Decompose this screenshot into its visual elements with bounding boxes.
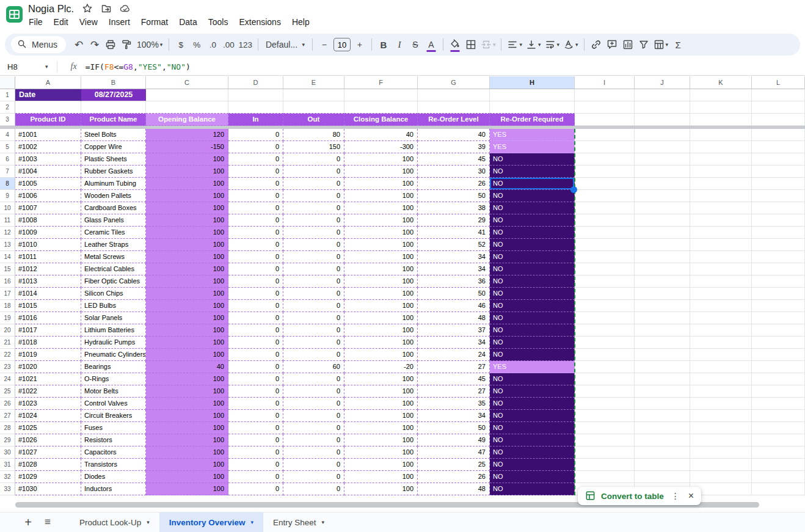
cell-D24[interactable]: 0 xyxy=(228,373,283,385)
cell-D33[interactable]: 0 xyxy=(228,483,283,495)
row-header-17[interactable]: 17 xyxy=(0,288,15,300)
cell-L20[interactable] xyxy=(752,324,805,337)
cell-B20[interactable]: Lithium Batteries xyxy=(81,324,146,337)
cell-A32[interactable]: #1029 xyxy=(15,471,81,483)
cell-B3[interactable]: Product Name xyxy=(81,114,146,126)
row-header-1[interactable]: 1 xyxy=(0,89,15,101)
cell-H26[interactable]: NO xyxy=(490,398,575,410)
cell-D30[interactable]: 0 xyxy=(228,446,283,459)
row-header-8[interactable]: 8 xyxy=(0,178,15,190)
cell-F18[interactable]: 100 xyxy=(344,300,418,312)
cell-J31[interactable] xyxy=(635,459,690,471)
cell-B7[interactable]: Rubber Gaskets xyxy=(81,166,146,178)
cell-B11[interactable]: Glass Panels xyxy=(81,214,146,227)
menu-edit[interactable]: Edit xyxy=(48,16,74,28)
menu-view[interactable]: View xyxy=(74,16,103,28)
cell-I25[interactable] xyxy=(575,385,635,398)
row-header-10[interactable]: 10 xyxy=(0,202,15,214)
cell-I19[interactable] xyxy=(575,312,635,324)
cell-C25[interactable]: 100 xyxy=(146,385,228,398)
insert-comment-button[interactable] xyxy=(604,36,620,53)
row-header-4[interactable]: 4 xyxy=(0,129,15,141)
cell-H4[interactable]: YES xyxy=(490,129,575,141)
insert-chart-button[interactable] xyxy=(620,36,636,53)
cell-A20[interactable]: #1017 xyxy=(15,324,81,337)
cell-G14[interactable]: 34 xyxy=(418,251,490,263)
cell-C18[interactable]: 100 xyxy=(146,300,228,312)
cell-I20[interactable] xyxy=(575,324,635,337)
row-header-9[interactable]: 9 xyxy=(0,190,15,202)
cell-A12[interactable]: #1009 xyxy=(15,227,81,239)
cell-F31[interactable]: 100 xyxy=(344,459,418,471)
cell-B12[interactable]: Ceramic Tiles xyxy=(81,227,146,239)
cell-L3[interactable] xyxy=(752,114,805,126)
cell-E10[interactable]: 0 xyxy=(283,202,344,214)
cell-B29[interactable]: Resistors xyxy=(81,434,146,446)
cell-L21[interactable] xyxy=(752,337,805,349)
cell-D20[interactable]: 0 xyxy=(228,324,283,337)
zoom-control[interactable]: 100%▾ xyxy=(134,36,165,53)
fill-handle[interactable] xyxy=(570,186,577,193)
cell-C11[interactable]: 100 xyxy=(146,214,228,227)
cell-G18[interactable]: 46 xyxy=(418,300,490,312)
cell-A15[interactable]: #1012 xyxy=(15,263,81,275)
cell-A1[interactable]: Date xyxy=(15,89,81,101)
cell-A2[interactable] xyxy=(15,101,81,114)
cell-A27[interactable]: #1024 xyxy=(15,410,81,422)
cell-J17[interactable] xyxy=(635,288,690,300)
cell-C6[interactable]: 100 xyxy=(146,153,228,166)
cell-J16[interactable] xyxy=(635,275,690,288)
sheet-tab-inventory-overview[interactable]: Inventory Overview▾ xyxy=(159,512,263,532)
cell-E19[interactable]: 0 xyxy=(283,312,344,324)
cell-I32[interactable] xyxy=(575,471,635,483)
cell-I21[interactable] xyxy=(575,337,635,349)
row-header-23[interactable]: 23 xyxy=(0,361,15,373)
cell-B24[interactable]: O-Rings xyxy=(81,373,146,385)
cell-F16[interactable]: 100 xyxy=(344,275,418,288)
cell-G24[interactable]: 45 xyxy=(418,373,490,385)
chip-close-icon[interactable]: × xyxy=(687,490,695,501)
cell-H20[interactable]: NO xyxy=(490,324,575,337)
caret-down-icon[interactable]: ▾ xyxy=(147,519,150,525)
row-header-12[interactable]: 12 xyxy=(0,227,15,239)
cell-B18[interactable]: LED Bulbs xyxy=(81,300,146,312)
insert-link-button[interactable] xyxy=(588,36,604,53)
cell-H12[interactable]: NO xyxy=(490,227,575,239)
cell-L2[interactable] xyxy=(752,101,805,114)
cell-F29[interactable]: 100 xyxy=(344,434,418,446)
cell-F11[interactable]: 100 xyxy=(344,214,418,227)
cell-G7[interactable]: 30 xyxy=(418,166,490,178)
cell-G10[interactable]: 38 xyxy=(418,202,490,214)
cell-F8[interactable]: 100 xyxy=(344,178,418,190)
cell-G12[interactable]: 41 xyxy=(418,227,490,239)
cell-A16[interactable]: #1013 xyxy=(15,275,81,288)
cell-B22[interactable]: Pneumatic Cylinders xyxy=(81,349,146,361)
cell-G19[interactable]: 48 xyxy=(418,312,490,324)
cell-J22[interactable] xyxy=(635,349,690,361)
caret-down-icon[interactable]: ▾ xyxy=(45,64,48,70)
redo-button[interactable]: ↷ xyxy=(87,36,103,53)
decrease-decimals-button[interactable]: .0 xyxy=(205,36,220,53)
row-header-31[interactable]: 31 xyxy=(0,459,15,471)
cell-I28[interactable] xyxy=(575,422,635,434)
cell-A33[interactable]: #1030 xyxy=(15,483,81,495)
menu-insert[interactable]: Insert xyxy=(103,16,136,28)
cell-L28[interactable] xyxy=(752,422,805,434)
cell-G26[interactable]: 35 xyxy=(418,398,490,410)
row-header-18[interactable]: 18 xyxy=(0,300,15,312)
cell-H28[interactable]: NO xyxy=(490,422,575,434)
cell-F26[interactable]: 100 xyxy=(344,398,418,410)
cell-H31[interactable]: NO xyxy=(490,459,575,471)
cell-D18[interactable]: 0 xyxy=(228,300,283,312)
row-header-15[interactable]: 15 xyxy=(0,263,15,275)
cell-I13[interactable] xyxy=(575,239,635,251)
cell-H15[interactable]: NO xyxy=(490,263,575,275)
cell-J23[interactable] xyxy=(635,361,690,373)
cell-E20[interactable]: 0 xyxy=(283,324,344,337)
caret-down-icon[interactable]: ▾ xyxy=(321,519,324,525)
cell-G2[interactable] xyxy=(418,101,490,114)
cell-G3[interactable]: Re-Order Level xyxy=(418,114,490,126)
cell-F32[interactable]: 100 xyxy=(344,471,418,483)
cell-K19[interactable] xyxy=(690,312,752,324)
row-header-32[interactable]: 32 xyxy=(0,471,15,483)
